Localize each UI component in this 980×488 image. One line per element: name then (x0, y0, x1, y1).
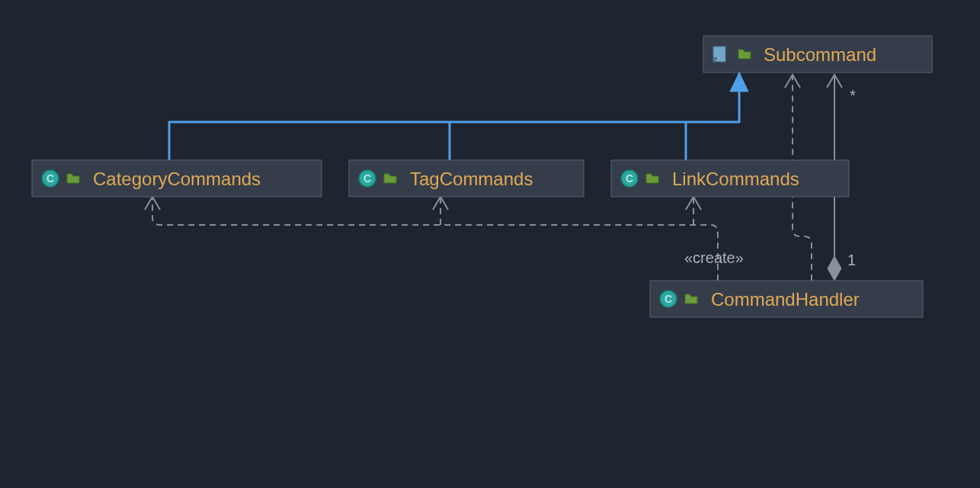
class-icon (660, 291, 677, 307)
node-subcommand[interactable]: Subcommand (703, 36, 932, 72)
multiplicity-star: * (850, 87, 856, 104)
svg-marker-6 (828, 256, 841, 281)
node-link-commands[interactable]: LinkCommands (611, 160, 849, 197)
node-category-commands-label: CategoryCommands (93, 169, 261, 189)
node-category-commands[interactable]: CategoryCommands (32, 160, 322, 197)
svg-marker-5 (730, 72, 748, 92)
node-command-handler-label: CommandHandler (711, 289, 860, 310)
node-tag-commands[interactable]: TagCommands (349, 160, 584, 197)
node-tag-commands-label: TagCommands (410, 169, 533, 189)
class-icon (359, 170, 376, 187)
node-command-handler[interactable]: CommandHandler (650, 281, 923, 317)
create-stereotype-label: «create» (684, 249, 744, 266)
uml-diagram: C J «create» (0, 0, 980, 488)
node-subcommand-label: Subcommand (764, 44, 876, 65)
generalization-to-subcommand (169, 72, 748, 160)
multiplicity-one: 1 (847, 252, 856, 268)
class-icon (42, 170, 59, 187)
java-file-icon (713, 47, 725, 62)
node-link-commands-label: LinkCommands (672, 169, 799, 189)
create-dependency: «create» (145, 197, 744, 281)
class-icon (621, 170, 638, 187)
